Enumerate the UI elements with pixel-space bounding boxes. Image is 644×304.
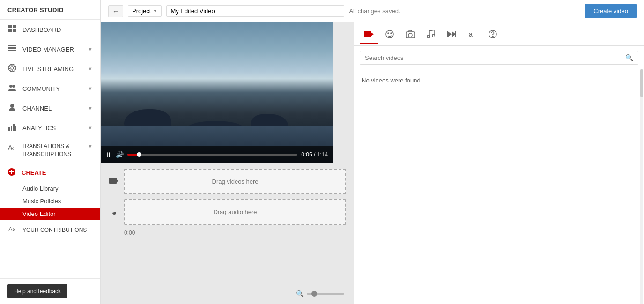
svg-point-31	[408, 33, 412, 37]
main-content: ← Project ▼ All changes saved. Create vi…	[101, 0, 644, 304]
help-feedback-button[interactable]: Help and feedback	[7, 284, 67, 298]
video-drop-label: Drag videos here	[212, 178, 259, 185]
tab-skip[interactable]	[442, 25, 461, 44]
timeline-timestamp: 0:00	[124, 230, 346, 236]
sidebar-item-video-editor[interactable]: Video Editor	[0, 208, 100, 220]
dashboard-label: DASHBOARD	[22, 26, 61, 33]
svg-point-28	[388, 33, 389, 34]
svg-rect-6	[8, 50, 16, 51]
live-streaming-chevron: ▼	[88, 66, 93, 72]
analytics-chevron: ▼	[88, 125, 93, 131]
live-streaming-label: LIVE STREAMING	[22, 66, 74, 73]
svg-text:a: a	[469, 30, 473, 38]
svg-point-12	[10, 104, 14, 108]
svg-point-11	[12, 85, 15, 88]
search-input[interactable]	[365, 54, 625, 61]
community-label: COMMUNITY	[22, 85, 60, 92]
svg-point-7	[11, 67, 14, 69]
tab-amazon[interactable]: a	[463, 25, 481, 44]
scrollbar-track[interactable]	[640, 69, 643, 304]
tab-emoji[interactable]	[380, 25, 399, 44]
video-preview: ⏸ 🔊 0:05 / 1:14	[101, 22, 333, 163]
svg-rect-36	[455, 31, 456, 37]
svg-marker-34	[447, 31, 452, 37]
svg-rect-4	[8, 45, 16, 46]
timeline-zoom: 🔍	[296, 290, 344, 297]
sidebar-item-dashboard[interactable]: DASHBOARD	[0, 20, 100, 39]
community-icon	[7, 83, 17, 94]
create-icon	[7, 168, 16, 178]
svg-marker-24	[117, 179, 118, 182]
svg-text:Ax: Ax	[8, 226, 16, 233]
sidebar: CREATOR STUDIO DASHBOARD VIDEO MANAGER ▼…	[0, 0, 101, 304]
volume-button[interactable]: 🔊	[116, 151, 124, 158]
project-title-input[interactable]	[166, 5, 344, 17]
channel-chevron: ▼	[88, 105, 93, 111]
sidebar-item-channel[interactable]: CHANNEL ▼	[0, 98, 100, 118]
svg-rect-25	[364, 31, 371, 37]
sidebar-item-create[interactable]: CREATE	[0, 163, 100, 182]
svg-rect-1	[13, 25, 16, 28]
audio-drop-zone[interactable]: Drag audio here	[124, 199, 346, 225]
scrollbar-thumb	[640, 69, 643, 97]
progress-bar[interactable]	[127, 154, 297, 156]
svg-rect-14	[11, 126, 12, 131]
create-video-button[interactable]: Create video	[585, 4, 637, 18]
sidebar-item-community[interactable]: COMMUNITY ▼	[0, 79, 100, 98]
tab-video[interactable]	[360, 25, 378, 44]
sidebar-item-analytics[interactable]: ANALYTICS ▼	[0, 118, 100, 138]
editor-panel: ⏸ 🔊 0:05 / 1:14	[101, 22, 354, 304]
zoom-slider[interactable]	[307, 293, 344, 295]
current-time: 0:05	[301, 151, 312, 158]
audio-drop-label: Drag audio here	[213, 208, 257, 215]
project-label: Project	[132, 7, 151, 15]
zoom-handle	[311, 291, 317, 297]
svg-rect-15	[13, 124, 15, 131]
sidebar-item-video-manager[interactable]: VIDEO MANAGER ▼	[0, 39, 100, 59]
svg-point-10	[9, 85, 12, 88]
search-icon: 🔍	[625, 54, 633, 61]
right-panel: a 🔍 No videos were found.	[354, 22, 644, 304]
sidebar-item-music-policies[interactable]: Music Policies	[0, 195, 100, 208]
audio-timeline-icon	[108, 207, 119, 217]
sidebar-item-live-streaming[interactable]: LIVE STREAMING ▼	[0, 59, 100, 79]
sidebar-item-your-contributions[interactable]: Ax YOUR CONTRIBUTIONS	[0, 220, 100, 240]
live-streaming-icon	[7, 64, 17, 74]
sidebar-bottom: Help and feedback	[0, 278, 100, 304]
saved-status: All changes saved.	[349, 7, 580, 15]
video-timeline-row: Drag videos here	[108, 169, 346, 194]
svg-rect-3	[13, 29, 16, 32]
progress-dot	[137, 152, 141, 157]
video-manager-chevron: ▼	[88, 46, 93, 52]
back-button[interactable]: ←	[108, 5, 123, 17]
video-controls: ⏸ 🔊 0:05 / 1:14	[101, 146, 333, 163]
project-chevron: ▼	[153, 8, 157, 14]
video-manager-label: VIDEO MANAGER	[22, 46, 74, 53]
tab-help[interactable]	[483, 25, 502, 44]
project-dropdown[interactable]: Project ▼	[128, 5, 162, 17]
no-videos-message: No videos were found.	[354, 69, 644, 91]
sidebar-item-translations[interactable]: Ax TRANSLATIONS & TRANSCRIPTIONS ▼	[0, 138, 100, 163]
app-title: CREATOR STUDIO	[0, 0, 100, 20]
svg-rect-2	[8, 29, 12, 32]
pause-button[interactable]: ⏸	[105, 151, 112, 158]
right-panel-scroll[interactable]: No videos were found.	[354, 69, 644, 304]
sidebar-item-audio-library[interactable]: Audio Library	[0, 182, 100, 195]
channel-icon	[7, 103, 17, 113]
community-chevron: ▼	[88, 86, 93, 91]
video-frame	[101, 22, 333, 163]
svg-point-8	[9, 65, 15, 71]
channel-label: CHANNEL	[22, 105, 52, 112]
svg-rect-5	[8, 47, 16, 49]
time-sep: /	[312, 151, 317, 158]
svg-marker-26	[371, 32, 374, 36]
video-drop-zone[interactable]: Drag videos here	[124, 169, 346, 194]
svg-rect-23	[109, 178, 117, 184]
video-manager-icon	[7, 44, 17, 54]
timeline-area: Drag videos here Drag audio here 0:00	[101, 163, 354, 304]
tab-camera[interactable]	[401, 25, 420, 44]
svg-point-29	[391, 33, 392, 34]
content-area: ⏸ 🔊 0:05 / 1:14	[101, 22, 644, 304]
analytics-icon	[7, 123, 17, 133]
tab-music[interactable]	[422, 25, 440, 44]
